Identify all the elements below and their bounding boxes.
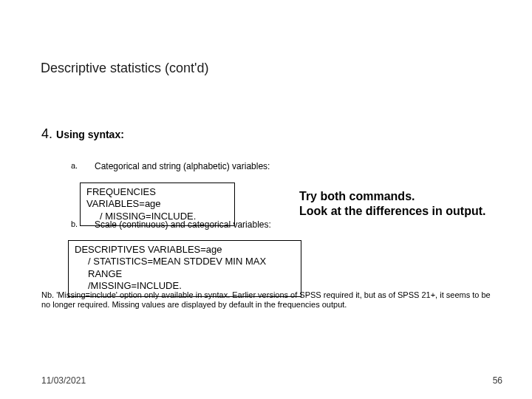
list-item-a: Categorical and string (alphabetic) vari… — [95, 161, 270, 171]
list-item-b: Scale (continuous) and categorical varia… — [95, 219, 271, 230]
code-line: / STATISTICS=MEAN STDDEV MIN MAX RANGE — [75, 256, 295, 280]
footer-date: 11/03/2021 — [41, 375, 86, 386]
page-number: 56 — [493, 375, 502, 386]
side-note-line: Look at the differences in output. — [299, 204, 485, 219]
list-marker-b: b. — [71, 219, 78, 228]
slide: Descriptive statistics (cont'd) 4. Using… — [0, 0, 532, 399]
code-line: FREQUENCIES VARIABLES=age — [86, 186, 228, 211]
section-number: 4. — [41, 126, 52, 141]
code-box-descriptives: DESCRIPTIVES VARIABLES=age / STATISTICS=… — [68, 240, 301, 297]
section-heading: 4. Using syntax: — [41, 126, 124, 142]
side-note-line: Try both commands. — [299, 189, 485, 204]
section-label: Using syntax: — [56, 129, 124, 140]
page-title: Descriptive statistics (cont'd) — [41, 61, 209, 76]
code-line: DESCRIPTIVES VARIABLES=age — [75, 244, 295, 256]
footnote: Nb. 'Missing=include' option only availa… — [41, 290, 499, 309]
list-marker-a: a. — [71, 161, 78, 170]
side-note: Try both commands. Look at the differenc… — [299, 189, 485, 219]
